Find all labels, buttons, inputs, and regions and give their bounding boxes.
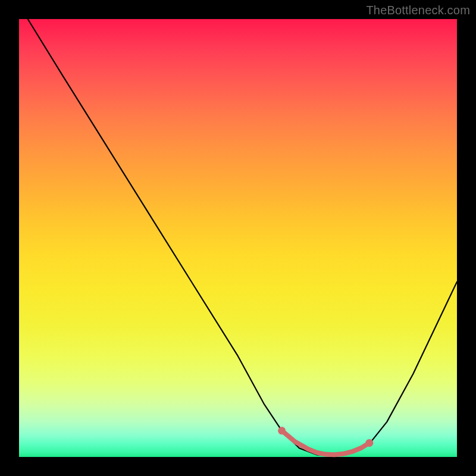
highlight-endpoint-left	[278, 427, 286, 434]
chart-frame: TheBottleneck.com	[0, 0, 476, 476]
highlight-endpoint-right	[365, 439, 373, 447]
watermark-text: TheBottleneck.com	[366, 4, 470, 17]
chart-svg	[19, 19, 457, 457]
highlight-segment	[282, 431, 369, 455]
plot-area	[19, 19, 457, 457]
bottleneck-curve	[28, 19, 457, 455]
